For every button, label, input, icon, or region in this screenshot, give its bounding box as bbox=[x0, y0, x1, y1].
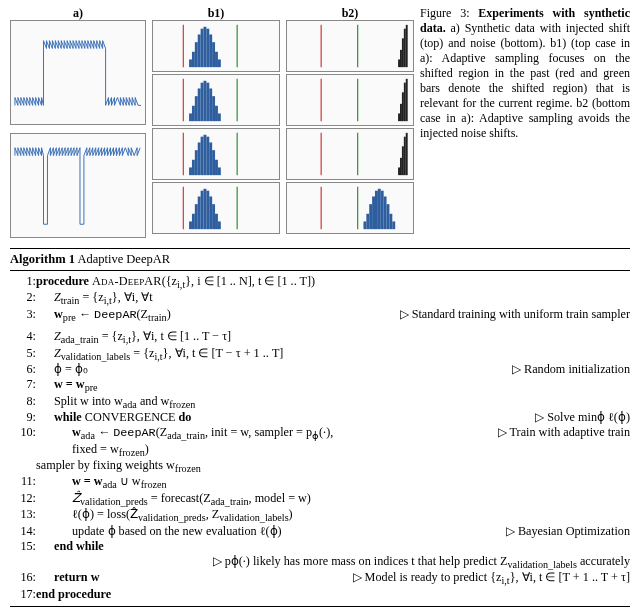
svg-rect-63 bbox=[402, 92, 404, 121]
svg-rect-44 bbox=[198, 196, 201, 229]
edge-hist-icon bbox=[287, 75, 413, 125]
algo-line: Ztrain = {zi,t}, ∀i, ∀t bbox=[36, 290, 630, 306]
panel-b1-row3 bbox=[152, 128, 280, 180]
hist-icon bbox=[153, 21, 279, 71]
kw-procedure: procedure bbox=[36, 274, 89, 288]
algo-line: Ẑvalidation_preds = forecast(Zada_train,… bbox=[36, 491, 630, 507]
svg-rect-24 bbox=[215, 106, 218, 121]
algo-comment: ▷ Standard training with uniform train s… bbox=[353, 307, 630, 323]
algo-comment: ▷ pϕ(·) likely has more mass on indices … bbox=[36, 554, 630, 570]
svg-rect-31 bbox=[198, 142, 201, 175]
svg-rect-81 bbox=[381, 191, 384, 229]
algo-line: ℓ(ϕ) = loss(Ẑvalidation_preds, Zvalidati… bbox=[36, 507, 630, 523]
panel-b2-row4 bbox=[286, 182, 414, 234]
svg-rect-50 bbox=[215, 214, 218, 229]
svg-rect-84 bbox=[389, 214, 392, 229]
lineno: 7: bbox=[10, 377, 36, 393]
panel-b2-row1 bbox=[286, 20, 414, 72]
algo-line: wada ← DeepAR(Zada_train, init = w, samp… bbox=[36, 425, 353, 458]
panel-b1-row4 bbox=[152, 182, 280, 234]
lineno: 10: bbox=[10, 425, 36, 458]
figure-panel-b1: b1) bbox=[152, 6, 280, 238]
hist-icon bbox=[153, 183, 279, 233]
edge-hist-icon bbox=[287, 21, 413, 71]
timeseries-shift-icon bbox=[11, 21, 145, 124]
lineno: 17: bbox=[10, 587, 36, 602]
svg-rect-11 bbox=[215, 52, 218, 67]
edge-hist-icon bbox=[287, 129, 413, 179]
svg-rect-33 bbox=[204, 135, 207, 175]
algo-comment: ▷ Solve minϕ ℓ(ϕ) bbox=[353, 410, 630, 425]
lineno: 14: bbox=[10, 524, 36, 539]
algo-line: procedure Ada-DeepAR({zi,t}, i ∈ [1 .. N… bbox=[36, 274, 630, 290]
algo-line: Split w into wada and wfrozen bbox=[36, 394, 630, 410]
svg-rect-45 bbox=[201, 191, 204, 229]
figure-caption-body: a) Synthetic data with injected shift (t… bbox=[420, 21, 630, 140]
svg-rect-43 bbox=[195, 204, 198, 229]
figure-panel-b2: b2) bbox=[286, 6, 414, 238]
algorithm-title: Algorithm 1 Adaptive DeepAR bbox=[10, 249, 630, 271]
svg-rect-17 bbox=[195, 96, 198, 121]
panel-b2-row2 bbox=[286, 74, 414, 126]
svg-rect-49 bbox=[212, 204, 215, 229]
algo-comment: ▷ Bayesian Optimization bbox=[353, 524, 630, 539]
svg-rect-83 bbox=[387, 204, 390, 229]
svg-rect-69 bbox=[400, 158, 402, 175]
algo-line: Zada_train = {zi,t}, ∀i, t ∈ [1 .. T − τ… bbox=[36, 329, 630, 345]
hist-icon bbox=[287, 183, 413, 233]
svg-rect-68 bbox=[398, 167, 400, 175]
algo-line: w = wpre bbox=[36, 377, 630, 393]
algo-line: end while bbox=[36, 539, 630, 554]
lineno: 6: bbox=[10, 362, 36, 377]
panel-b2-label: b2) bbox=[286, 6, 414, 20]
svg-rect-80 bbox=[378, 189, 381, 229]
svg-rect-34 bbox=[206, 137, 209, 175]
algo-line: end procedure bbox=[36, 587, 630, 602]
svg-rect-38 bbox=[218, 167, 221, 175]
svg-rect-76 bbox=[366, 214, 369, 229]
lineno: 8: bbox=[10, 394, 36, 410]
lineno: 15: bbox=[10, 539, 36, 554]
svg-rect-29 bbox=[192, 160, 195, 175]
panel-b1-row2 bbox=[152, 74, 280, 126]
svg-rect-36 bbox=[212, 150, 215, 175]
lineno: 16: bbox=[10, 570, 36, 586]
svg-rect-55 bbox=[400, 50, 402, 67]
svg-rect-41 bbox=[189, 221, 192, 229]
lineno: 4: bbox=[10, 329, 36, 345]
svg-rect-72 bbox=[406, 133, 408, 175]
lineno: 1: bbox=[10, 274, 36, 290]
svg-rect-4 bbox=[195, 42, 198, 67]
svg-rect-42 bbox=[192, 214, 195, 229]
algo-line: wpre ← DeepAR(Ztrain) bbox=[36, 307, 353, 323]
svg-rect-37 bbox=[215, 160, 218, 175]
lineno: 9: bbox=[10, 410, 36, 425]
lineno: 13: bbox=[10, 507, 36, 523]
svg-rect-12 bbox=[218, 59, 221, 67]
svg-rect-10 bbox=[212, 42, 215, 67]
svg-rect-56 bbox=[402, 38, 404, 67]
algo-line: return w bbox=[36, 570, 353, 586]
panel-a-label: a) bbox=[10, 6, 146, 20]
lineno: 5: bbox=[10, 346, 36, 362]
svg-rect-65 bbox=[406, 79, 408, 121]
svg-rect-28 bbox=[189, 167, 192, 175]
hist-icon bbox=[153, 75, 279, 125]
algo-line: Zvalidation_labels = {zi,t}, ∀i, t ∈ [T … bbox=[36, 346, 630, 362]
algo-comment: ▷ Train with adaptive train bbox=[353, 425, 630, 458]
svg-rect-61 bbox=[398, 113, 400, 121]
panel-b1-row1 bbox=[152, 20, 280, 72]
svg-rect-57 bbox=[404, 29, 406, 67]
svg-rect-79 bbox=[375, 191, 378, 229]
svg-rect-3 bbox=[192, 52, 195, 67]
svg-rect-54 bbox=[398, 59, 400, 67]
svg-rect-15 bbox=[189, 113, 192, 121]
panel-a-top-plot bbox=[10, 20, 146, 125]
panel-a-bottom-plot bbox=[10, 133, 146, 238]
svg-rect-85 bbox=[392, 221, 395, 229]
svg-rect-62 bbox=[400, 104, 402, 121]
algo-comment: ▷ Random initialization bbox=[353, 362, 630, 377]
svg-rect-46 bbox=[204, 189, 207, 229]
algorithm-number: Algorithm 1 bbox=[10, 252, 75, 266]
panel-b1-label: b1) bbox=[152, 6, 280, 20]
